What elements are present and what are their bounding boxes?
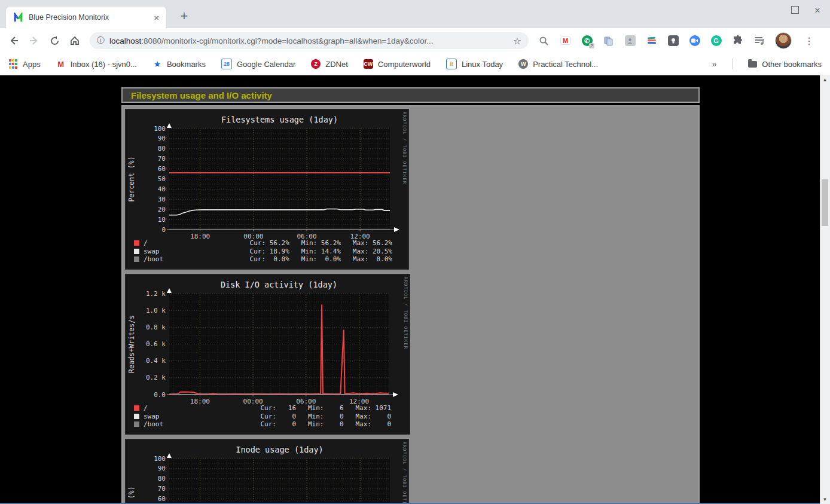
bookmark-star-icon[interactable]: ☆ — [513, 35, 521, 47]
scrollbar-down-icon[interactable]: ▼ — [820, 495, 829, 504]
legend-color-swatch — [134, 256, 139, 262]
legend-series-name: swap — [144, 248, 179, 255]
svg-text:60: 60 — [158, 165, 166, 173]
svg-text:90: 90 — [158, 465, 166, 472]
section-header-filesystem: Filesystem usage and I/O activity — [121, 87, 700, 103]
svg-text:60: 60 — [158, 495, 166, 503]
lamp-extension-icon[interactable] — [667, 35, 679, 47]
gmail-extension-icon[interactable]: M — [560, 35, 571, 47]
bookmark-zdnet[interactable]: Z ZDNet — [311, 59, 348, 69]
forward-icon — [29, 35, 39, 46]
legend-row: swapCur: 0 Min: 0 Max: 0 — [134, 413, 391, 421]
other-bookmarks-button[interactable]: Other bookmarks — [748, 60, 822, 69]
url-text[interactable]: localhost:8080/monitorix-cgi/monitorix.c… — [109, 36, 508, 45]
forward-button[interactable] — [24, 30, 44, 51]
svg-text:70: 70 — [158, 155, 166, 163]
legend-color-swatch — [134, 421, 139, 427]
bookmark-practical-technology[interactable]: W Practical Technol... — [518, 59, 598, 69]
svg-text:50: 50 — [158, 175, 166, 183]
books-extension-icon[interactable] — [646, 35, 657, 47]
legend-values: Cur: 0.0% Min: 0.0% Max: 0.0% — [250, 255, 392, 263]
section-body-filesystem: 010203040506070809010018:0000:0006:0012:… — [121, 105, 700, 504]
scrollbar-up-icon[interactable]: ▲ — [820, 75, 829, 85]
legend-row: /bootCur: 0 Min: 0 Max: 0 — [134, 420, 391, 429]
scrollbar-thumb[interactable] — [822, 179, 828, 226]
svg-text:0.8 k: 0.8 k — [146, 323, 166, 331]
legend-row: /Cur: 56.2% Min: 56.2% Max: 56.2% — [134, 239, 392, 248]
svg-text:0.0: 0.0 — [154, 391, 166, 399]
page-info-icon[interactable]: ⓘ — [97, 35, 105, 46]
extensions-puzzle-icon[interactable] — [732, 35, 743, 47]
svg-text:80: 80 — [158, 475, 166, 482]
svg-text:Reads+Writes/s: Reads+Writes/s — [127, 315, 136, 373]
extension-icons: M ✆ ? G ⋮ — [538, 32, 814, 49]
bookmark-bookmarks[interactable]: ★ Bookmarks — [152, 59, 206, 69]
chart-inode-usage[interactable]: 010203040506070809010018:0000:0006:0012:… — [125, 439, 409, 504]
svg-text:90: 90 — [158, 135, 166, 142]
bookmark-apps[interactable]: Apps — [8, 59, 41, 69]
legend-series-name: swap — [144, 413, 179, 420]
legend-series-name: / — [144, 239, 179, 247]
zoom-extension-icon[interactable] — [689, 35, 700, 47]
svg-text:0: 0 — [161, 226, 166, 234]
rrdtool-branding: RRDTOOL / TOBI OETIKER — [402, 442, 407, 504]
legend-values: Cur: 56.2% Min: 56.2% Max: 56.2% — [250, 239, 392, 247]
legend-series-name: / — [144, 404, 179, 412]
legend-color-swatch — [134, 249, 139, 254]
legend-values: Cur: 0 Min: 0 Max: 0 — [260, 413, 391, 420]
legend-row: swapCur: 18.9% Min: 14.4% Max: 20.5% — [134, 248, 392, 256]
other-bookmarks-label: Other bookmarks — [762, 60, 822, 69]
close-window-button[interactable]: × — [813, 5, 822, 16]
bookmarks-bar: Apps M Inbox (16) - sjvn0... ★ Bookmarks… — [0, 53, 830, 75]
address-bar[interactable]: ⓘ localhost:8080/monitorix-cgi/monitorix… — [90, 32, 529, 49]
profile-avatar[interactable] — [775, 32, 792, 49]
legend-values: Cur: 18.9% Min: 14.4% Max: 20.5% — [250, 248, 392, 255]
svg-text:100: 100 — [154, 455, 166, 463]
playlist-extension-icon[interactable] — [753, 35, 765, 47]
svg-text:80: 80 — [158, 145, 166, 152]
svg-text:100: 100 — [154, 125, 166, 133]
bookmarks-overflow-icon[interactable]: » — [712, 59, 717, 69]
maximize-button[interactable] — [791, 6, 799, 16]
page-scrollbar[interactable]: ▲ ▼ — [820, 75, 830, 504]
svg-text:0.2 k: 0.2 k — [146, 374, 166, 381]
bookmark-google-calendar[interactable]: 28 Google Calendar — [221, 59, 295, 69]
bookmark-inbox[interactable]: M Inbox (16) - sjvn0... — [56, 59, 137, 69]
bookmark-label: Practical Technol... — [533, 60, 598, 69]
home-icon — [69, 35, 80, 46]
chart-disk-io-activity[interactable]: 0.00.2 k0.4 k0.6 k0.8 k1.0 k1.2 k18:0000… — [125, 274, 410, 435]
new-tab-button[interactable]: + — [176, 8, 193, 25]
gmail-icon: M — [56, 59, 66, 69]
grammarly-extension-icon[interactable]: G — [710, 35, 722, 47]
voice-extension-icon[interactable]: ✆ ? — [581, 35, 593, 47]
bookmark-linux-today[interactable]: lt Linux Today — [446, 59, 503, 69]
copy-pages-extension-icon[interactable] — [603, 35, 614, 47]
back-button[interactable] — [4, 30, 24, 51]
computerworld-icon: CW — [364, 59, 373, 69]
chart-filesystems-usage[interactable]: 010203040506070809010018:0000:0006:0012:… — [125, 109, 409, 270]
svg-text:30: 30 — [158, 196, 166, 203]
legend-color-swatch — [134, 414, 139, 419]
home-button[interactable] — [65, 30, 85, 51]
tab-title: Blue Precision Monitorix — [29, 13, 151, 22]
bookmark-computerworld[interactable]: CW Computerworld — [364, 59, 431, 69]
reload-button[interactable] — [44, 30, 65, 51]
browser-menu-icon[interactable]: ⋮ — [804, 35, 814, 47]
legend-row: /Cur: 16 Min: 6 Max: 1071 — [134, 404, 391, 413]
svg-text:0.4 k: 0.4 k — [146, 357, 166, 365]
persona-extension-icon[interactable] — [624, 35, 636, 47]
search-extension-icon[interactable] — [538, 35, 550, 47]
legend-values: Cur: 16 Min: 6 Max: 1071 — [260, 404, 391, 412]
bookmark-label: Google Calendar — [237, 60, 295, 69]
tab-close-icon[interactable]: × — [151, 12, 161, 23]
browser-tab[interactable]: Blue Precision Monitorix × — [6, 7, 166, 28]
window-controls: × — [768, 4, 822, 18]
star-icon: ★ — [152, 59, 162, 69]
bookmarks-separator — [732, 59, 733, 69]
svg-text:Percent (%): Percent (%) — [127, 156, 136, 201]
reload-icon — [50, 36, 60, 46]
svg-text:10: 10 — [158, 216, 166, 224]
url-host: localhost — [109, 36, 141, 45]
browser-titlebar: Blue Precision Monitorix × + × — [0, 0, 830, 28]
svg-text:70: 70 — [158, 485, 166, 493]
